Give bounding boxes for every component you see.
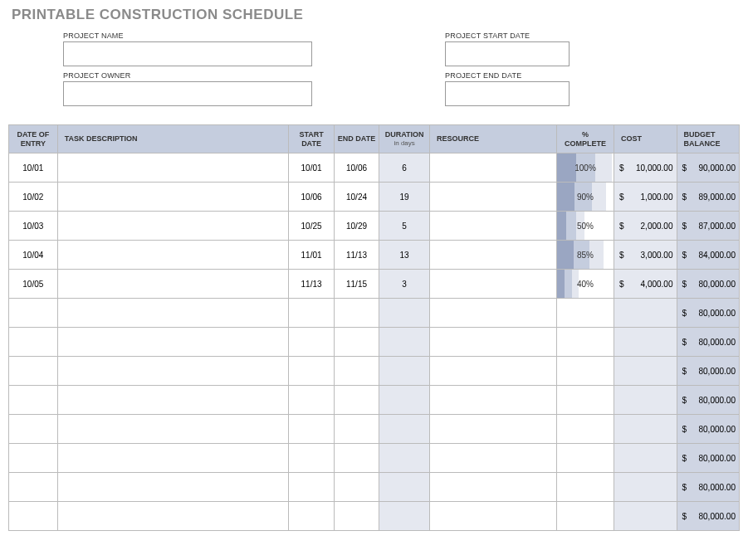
cell-end[interactable]: 10/24	[334, 183, 379, 212]
cell-start[interactable]	[289, 502, 334, 531]
cell-start[interactable]: 11/13	[289, 270, 334, 299]
cell-pct-complete[interactable]: 85%	[556, 241, 614, 270]
cell-task[interactable]	[57, 444, 289, 473]
cell-pct-complete[interactable]	[556, 386, 614, 415]
cell-resource[interactable]	[430, 415, 557, 444]
cell-balance[interactable]: $80,000.00	[677, 357, 740, 386]
cell-task[interactable]	[57, 183, 289, 212]
cell-start[interactable]	[289, 328, 334, 357]
cell-task[interactable]	[57, 386, 289, 415]
cell-start[interactable]: 11/01	[289, 241, 334, 270]
cell-end[interactable]	[334, 299, 379, 328]
cell-duration[interactable]	[379, 444, 430, 473]
cell-start[interactable]: 10/01	[289, 153, 334, 183]
cell-end[interactable]	[334, 357, 379, 386]
cell-cost[interactable]	[614, 328, 677, 357]
cell-pct-complete[interactable]	[556, 415, 614, 444]
project-end-input[interactable]	[445, 81, 570, 106]
cell-end[interactable]	[334, 415, 379, 444]
cell-cost[interactable]: $2,000.00	[614, 212, 677, 241]
cell-start[interactable]	[289, 299, 334, 328]
cell-balance[interactable]: $89,000.00	[677, 183, 740, 212]
cell-cost[interactable]	[614, 386, 677, 415]
cell-balance[interactable]: $80,000.00	[677, 444, 740, 473]
cell-start[interactable]	[289, 444, 334, 473]
project-owner-input[interactable]	[63, 81, 312, 106]
cell-entry[interactable]	[9, 415, 58, 444]
cell-cost[interactable]	[614, 299, 677, 328]
cell-duration[interactable]: 19	[379, 183, 430, 212]
cell-pct-complete[interactable]: 90%	[556, 183, 614, 212]
cell-resource[interactable]	[430, 212, 557, 241]
cell-task[interactable]	[57, 328, 289, 357]
cell-task[interactable]	[57, 270, 289, 299]
cell-pct-complete[interactable]: 100%	[556, 153, 614, 183]
cell-duration[interactable]	[379, 299, 430, 328]
cell-balance[interactable]: $90,000.00	[677, 153, 740, 183]
cell-entry[interactable]	[9, 502, 58, 531]
cell-pct-complete[interactable]: 50%	[556, 212, 614, 241]
cell-end[interactable]: 10/29	[334, 212, 379, 241]
cell-entry[interactable]	[9, 386, 58, 415]
cell-end[interactable]: 11/15	[334, 270, 379, 299]
cell-balance[interactable]: $80,000.00	[677, 386, 740, 415]
cell-entry[interactable]	[9, 444, 58, 473]
cell-start[interactable]: 10/25	[289, 212, 334, 241]
cell-resource[interactable]	[430, 183, 557, 212]
cell-pct-complete[interactable]	[556, 328, 614, 357]
cell-resource[interactable]	[430, 386, 557, 415]
cell-start[interactable]	[289, 415, 334, 444]
cell-entry[interactable]	[9, 357, 58, 386]
cell-balance[interactable]: $87,000.00	[677, 212, 740, 241]
cell-entry[interactable]: 10/02	[9, 183, 58, 212]
cell-task[interactable]	[57, 502, 289, 531]
cell-balance[interactable]: $80,000.00	[677, 473, 740, 502]
cell-duration[interactable]: 6	[379, 153, 430, 183]
cell-start[interactable]	[289, 473, 334, 502]
cell-entry[interactable]: 10/05	[9, 270, 58, 299]
cell-duration[interactable]: 13	[379, 241, 430, 270]
cell-resource[interactable]	[430, 328, 557, 357]
cell-task[interactable]	[57, 473, 289, 502]
cell-entry[interactable]: 10/03	[9, 212, 58, 241]
cell-duration[interactable]	[379, 357, 430, 386]
cell-balance[interactable]: $80,000.00	[677, 415, 740, 444]
cell-cost[interactable]: $4,000.00	[614, 270, 677, 299]
cell-task[interactable]	[57, 241, 289, 270]
cell-resource[interactable]	[430, 153, 557, 183]
cell-task[interactable]	[57, 212, 289, 241]
project-start-input[interactable]	[445, 41, 570, 66]
cell-resource[interactable]	[430, 502, 557, 531]
cell-cost[interactable]	[614, 357, 677, 386]
cell-balance[interactable]: $84,000.00	[677, 241, 740, 270]
cell-cost[interactable]: $1,000.00	[614, 183, 677, 212]
cell-start[interactable]: 10/06	[289, 183, 334, 212]
cell-duration[interactable]	[379, 415, 430, 444]
cell-duration[interactable]: 3	[379, 270, 430, 299]
cell-entry[interactable]	[9, 473, 58, 502]
cell-end[interactable]	[334, 386, 379, 415]
cell-entry[interactable]	[9, 328, 58, 357]
cell-duration[interactable]	[379, 386, 430, 415]
cell-end[interactable]: 11/13	[334, 241, 379, 270]
cell-cost[interactable]: $10,000.00	[614, 153, 677, 183]
cell-end[interactable]	[334, 502, 379, 531]
cell-end[interactable]	[334, 473, 379, 502]
cell-balance[interactable]: $80,000.00	[677, 328, 740, 357]
cell-cost[interactable]	[614, 444, 677, 473]
cell-pct-complete[interactable]	[556, 444, 614, 473]
cell-cost[interactable]	[614, 415, 677, 444]
cell-entry[interactable]: 10/04	[9, 241, 58, 270]
cell-pct-complete[interactable]	[556, 357, 614, 386]
cell-balance[interactable]: $80,000.00	[677, 270, 740, 299]
cell-resource[interactable]	[430, 357, 557, 386]
cell-entry[interactable]: 10/01	[9, 153, 58, 183]
project-name-input[interactable]	[63, 41, 312, 66]
cell-balance[interactable]: $80,000.00	[677, 299, 740, 328]
cell-start[interactable]	[289, 386, 334, 415]
cell-resource[interactable]	[430, 444, 557, 473]
cell-resource[interactable]	[430, 270, 557, 299]
cell-pct-complete[interactable]	[556, 299, 614, 328]
cell-task[interactable]	[57, 415, 289, 444]
cell-task[interactable]	[57, 299, 289, 328]
